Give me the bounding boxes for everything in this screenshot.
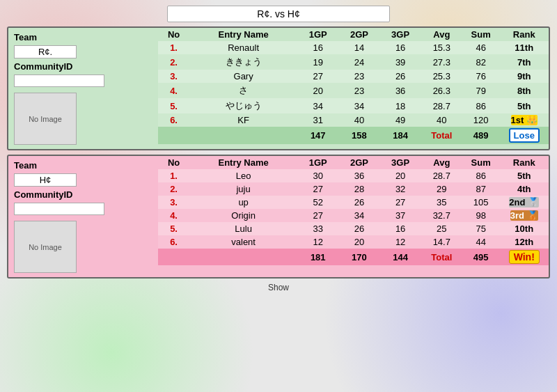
row-avg: 40	[421, 113, 462, 127]
team-a-col-no: No	[158, 28, 189, 41]
row-no: 1.	[158, 169, 189, 182]
row-gp2: 36	[338, 169, 379, 182]
team-b-col-entry: Entry Name	[189, 156, 297, 169]
row-entry: ききょう	[189, 54, 297, 70]
row-sum: 44	[462, 235, 500, 249]
team-a-header-row: No Entry Name 1GP 2GP 3GP Avg Sum Rank	[158, 28, 549, 41]
row-no: 2.	[158, 54, 189, 70]
row-gp3: 16	[380, 41, 421, 54]
total-sum: 495	[462, 249, 500, 265]
table-row: 3.Gary27232625.3769th	[158, 70, 549, 83]
row-rank: 1st 👑	[499, 113, 549, 127]
team-a-section: Team CommunityID No Image	[7, 26, 550, 150]
team-b-col-3gp: 3GP	[380, 156, 421, 169]
row-no: 6.	[158, 113, 189, 127]
total-label: Total	[421, 127, 462, 144]
team-a-label: Team	[14, 32, 37, 42]
row-gp3: 36	[380, 83, 421, 98]
total-result: Win!	[499, 249, 549, 265]
team-a-name-input[interactable]	[14, 45, 77, 58]
team-a-col-rank: Rank	[499, 28, 549, 41]
table-row: 6.valent12201214.74412th	[158, 235, 549, 249]
table-row: 3.up522627351052nd 🥈	[158, 196, 549, 209]
total-gp2: 158	[338, 127, 379, 144]
team-b-table-area: No Entry Name 1GP 2GP 3GP Avg Sum Rank 1…	[158, 156, 549, 277]
row-sum: 120	[462, 113, 500, 127]
row-sum: 76	[462, 70, 500, 83]
row-gp3: 18	[380, 98, 421, 113]
total-gp3: 144	[380, 249, 421, 265]
row-rank: 10th	[499, 222, 549, 235]
row-sum: 86	[462, 169, 500, 182]
row-sum: 98	[462, 209, 500, 222]
row-gp3: 39	[380, 54, 421, 70]
row-gp1: 27	[297, 70, 338, 83]
row-sum: 46	[462, 41, 500, 54]
row-rank: 12th	[499, 235, 549, 249]
table-row: 2.ききょう19243927.3827th	[158, 54, 549, 70]
team-b-table: No Entry Name 1GP 2GP 3GP Avg Sum Rank 1…	[158, 156, 549, 265]
team-b-header-row: No Entry Name 1GP 2GP 3GP Avg Sum Rank	[158, 156, 549, 169]
table-row: 4.さ20233626.3798th	[158, 83, 549, 98]
team-b-col-1gp: 1GP	[297, 156, 338, 169]
row-gp3: 49	[380, 113, 421, 127]
row-gp2: 23	[338, 83, 379, 98]
bottom-note: Show	[7, 283, 550, 292]
total-gp3: 184	[380, 127, 421, 144]
row-avg: 15.3	[421, 41, 462, 54]
team-a-no-image: No Image	[14, 93, 77, 145]
team-b-name-input[interactable]	[14, 173, 77, 187]
row-gp1: 27	[297, 209, 338, 222]
row-sum: 75	[462, 222, 500, 235]
row-entry: Lulu	[189, 222, 297, 235]
team-b-no-image: No Image	[14, 221, 77, 273]
team-b-label: Team	[14, 160, 37, 171]
row-entry: Gary	[189, 70, 297, 83]
row-avg: 35	[421, 196, 462, 209]
row-avg: 25	[421, 222, 462, 235]
row-gp1: 20	[297, 83, 338, 98]
total-gp1: 147	[297, 127, 338, 144]
row-gp1: 16	[297, 41, 338, 54]
total-gp1: 181	[297, 249, 338, 265]
team-a-left-panel: Team CommunityID No Image	[8, 28, 158, 149]
team-b-section: Team CommunityID No Image	[7, 155, 550, 279]
row-gp1: 19	[297, 54, 338, 70]
row-sum: 105	[462, 196, 500, 209]
row-gp1: 52	[297, 196, 338, 209]
total-label: Total	[421, 249, 462, 265]
row-entry: Leo	[189, 169, 297, 182]
team-b-community-input[interactable]	[14, 203, 104, 215]
team-a-table-area: No Entry Name 1GP 2GP 3GP Avg Sum Rank 1…	[158, 28, 549, 149]
total-row: 181170144Total495Win!	[158, 249, 549, 265]
row-rank: 2nd 🥈	[499, 196, 549, 209]
table-row: 6.KF314049401201st 👑	[158, 113, 549, 127]
row-sum: 79	[462, 83, 500, 98]
team-b-col-no: No	[158, 156, 189, 169]
team-b-community-label: CommunityID	[14, 189, 73, 200]
row-sum: 86	[462, 98, 500, 113]
row-gp2: 24	[338, 54, 379, 70]
row-gp2: 34	[338, 98, 379, 113]
row-entry: juju	[189, 182, 297, 196]
row-gp3: 37	[380, 209, 421, 222]
team-b-left-panel: Team CommunityID No Image	[8, 156, 158, 277]
row-entry: valent	[189, 235, 297, 249]
total-sum: 489	[462, 127, 500, 144]
table-row: 1.Leo30362028.7865th	[158, 169, 549, 182]
team-a-community-input[interactable]	[14, 75, 104, 87]
row-rank: 9th	[499, 70, 549, 83]
row-gp2: 20	[338, 235, 379, 249]
team-a-col-entry: Entry Name	[189, 28, 297, 41]
row-avg: 25.3	[421, 70, 462, 83]
row-entry: さ	[189, 83, 297, 98]
team-a-col-1gp: 1GP	[297, 28, 338, 41]
title-bar	[7, 6, 550, 22]
row-gp2: 40	[338, 113, 379, 127]
team-b-col-sum: Sum	[462, 156, 500, 169]
row-rank: 8th	[499, 83, 549, 98]
match-title-input[interactable]	[167, 6, 390, 22]
row-gp1: 12	[297, 235, 338, 249]
team-b-col-2gp: 2GP	[338, 156, 379, 169]
team-b-col-rank: Rank	[499, 156, 549, 169]
